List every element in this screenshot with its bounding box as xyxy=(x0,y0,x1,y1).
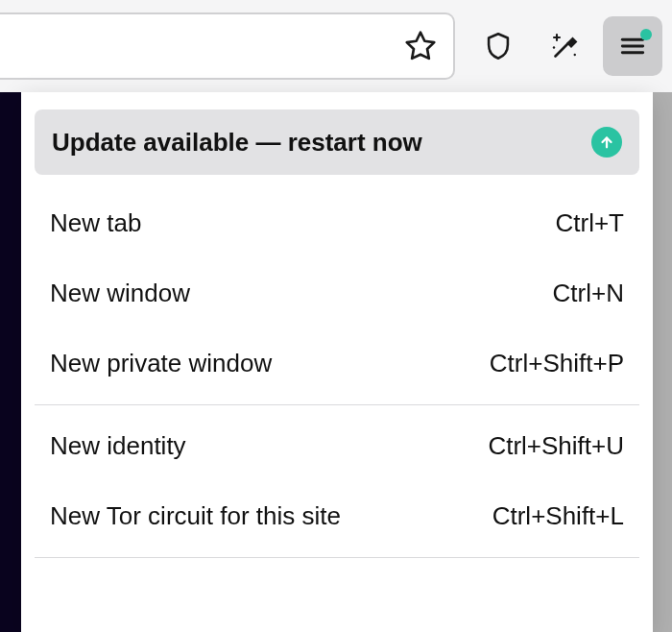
content-area: Update available — restart now New tab C… xyxy=(0,92,672,632)
url-bar[interactable] xyxy=(0,12,455,80)
shield-icon xyxy=(482,30,515,62)
menu-item-new-tor-circuit[interactable]: New Tor circuit for this site Ctrl+Shift… xyxy=(21,481,653,551)
svg-point-1 xyxy=(553,46,555,48)
svg-point-0 xyxy=(574,54,576,56)
menu-item-label: New tab xyxy=(50,208,141,238)
menu-item-label: New identity xyxy=(50,431,186,461)
shield-button[interactable] xyxy=(468,16,528,76)
update-notification-dot xyxy=(640,29,652,40)
up-arrow-icon xyxy=(591,127,622,158)
menu-item-new-identity[interactable]: New identity Ctrl+Shift+U xyxy=(21,411,653,481)
page-background-sliver xyxy=(0,92,21,632)
menu-item-shortcut: Ctrl+Shift+U xyxy=(488,431,624,461)
vertical-scrollbar-thumb[interactable] xyxy=(653,92,672,632)
menu-item-shortcut: Ctrl+T xyxy=(556,208,625,238)
app-menu-panel: Update available — restart now New tab C… xyxy=(21,92,653,632)
menu-item-new-private-window[interactable]: New private window Ctrl+Shift+P xyxy=(21,328,653,399)
menu-item-label: New window xyxy=(50,279,190,308)
menu-item-new-tab[interactable]: New tab Ctrl+T xyxy=(21,188,653,258)
app-menu-button[interactable] xyxy=(603,16,662,76)
menu-item-label: New private window xyxy=(50,349,272,378)
browser-toolbar xyxy=(0,0,672,92)
menu-item-label: New Tor circuit for this site xyxy=(50,501,341,531)
vertical-scrollbar-track[interactable] xyxy=(653,92,672,632)
update-banner-label: Update available — restart now xyxy=(52,128,422,158)
menu-separator xyxy=(35,557,639,558)
sparkle-broom-button[interactable] xyxy=(536,16,595,76)
menu-item-shortcut: Ctrl+N xyxy=(553,279,624,308)
update-available-banner[interactable]: Update available — restart now xyxy=(35,109,639,175)
menu-item-shortcut: Ctrl+Shift+L xyxy=(492,501,624,531)
menu-item-new-window[interactable]: New window Ctrl+N xyxy=(21,258,653,328)
star-icon[interactable] xyxy=(403,29,438,63)
sparkle-broom-icon xyxy=(548,29,583,63)
menu-separator xyxy=(35,404,639,405)
menu-item-shortcut: Ctrl+Shift+P xyxy=(490,349,624,378)
